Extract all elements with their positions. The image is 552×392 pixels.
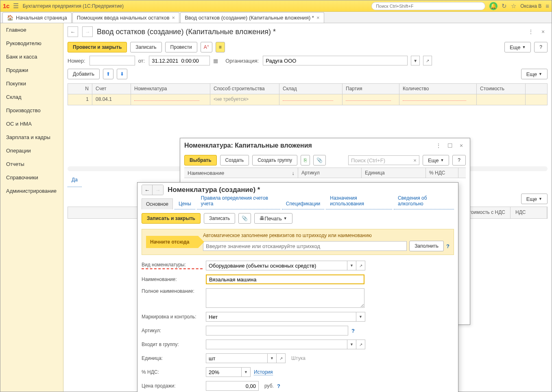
tab-assistant[interactable]: Помощник ввода начальных остатков× — [72, 12, 179, 23]
date-input[interactable] — [149, 56, 210, 65]
sidebar-item[interactable]: Операции — [0, 144, 63, 157]
open-icon[interactable]: ↗ — [356, 261, 365, 270]
create-button[interactable]: Создать — [220, 155, 249, 166]
report-icon[interactable]: ≡ — [216, 42, 225, 52]
move-up-icon[interactable]: ⬆ — [103, 69, 113, 79]
barcode-input[interactable] — [203, 241, 407, 251]
select-button[interactable]: Выбрать — [184, 155, 217, 166]
sidebar-item[interactable]: Администрирование — [0, 184, 63, 198]
more-button[interactable]: Еще▼ — [423, 155, 449, 166]
type-select[interactable] — [206, 261, 347, 270]
close-icon[interactable]: × — [457, 141, 466, 150]
col-unit[interactable]: Единица — [362, 168, 426, 178]
sidebar-item[interactable]: Продажи — [0, 63, 63, 77]
sidebar-item[interactable]: Производство — [0, 104, 63, 117]
insert-icon[interactable]: ⎘ — [301, 155, 310, 166]
star-icon[interactable]: ☆ — [511, 2, 516, 10]
sidebar-item[interactable]: Банк и касса — [0, 50, 63, 63]
sidebar-item[interactable]: Склад — [0, 90, 63, 104]
help-icon[interactable]: ? — [446, 243, 449, 249]
tab-usage[interactable]: Назначения использования — [326, 193, 392, 209]
sidebar-item[interactable]: Зарплата и кадры — [0, 131, 63, 144]
tab-entry[interactable]: Ввод остатков (создание) (Капитальные вл… — [180, 12, 324, 23]
help-icon[interactable]: ? — [351, 328, 355, 334]
tab-alcohol[interactable]: Сведения об алкогольно — [394, 193, 454, 209]
calendar-icon[interactable]: ▦ — [213, 58, 218, 64]
dropdown-icon[interactable]: ▼ — [411, 56, 420, 65]
col-art[interactable]: Артикул — [298, 168, 362, 178]
name-input[interactable] — [206, 274, 364, 284]
col-skl[interactable]: Склад — [279, 84, 343, 94]
print-button[interactable]: 🖶 Печать▼ — [254, 213, 292, 224]
user-name[interactable]: Оксана В — [520, 3, 541, 9]
notifications-icon[interactable]: 🔔 — [489, 2, 497, 10]
number-input[interactable] — [89, 56, 135, 65]
save-button[interactable]: Записать — [204, 213, 235, 224]
window-icon[interactable]: ☐ — [445, 141, 454, 150]
dropdown-icon[interactable]: ▼ — [347, 340, 356, 349]
mark-select[interactable] — [206, 312, 356, 322]
col-name[interactable]: Наименование↓ — [184, 168, 298, 178]
settings-icon[interactable]: ≡ — [545, 2, 549, 9]
attach-icon[interactable]: 📎 — [313, 155, 326, 166]
org-select[interactable] — [263, 56, 408, 65]
nav-back-icon[interactable]: ← — [142, 185, 153, 195]
col-way[interactable]: Способ строительства — [210, 84, 279, 94]
move-down-icon[interactable]: ⬇ — [117, 69, 127, 79]
art-input[interactable] — [206, 326, 348, 335]
fill-button[interactable]: Заполнить — [409, 241, 444, 251]
open-icon[interactable]: ↗ — [356, 340, 365, 349]
col-vat[interactable]: % НДС — [426, 168, 458, 178]
more-icon[interactable]: ⋮ — [526, 27, 535, 36]
help-button[interactable]: ? — [452, 155, 466, 166]
fullname-input[interactable] — [206, 288, 364, 308]
col-qty[interactable]: Количество — [399, 84, 477, 94]
dropdown-icon[interactable]: ▼ — [347, 261, 356, 270]
open-icon[interactable]: ↗ — [277, 353, 286, 363]
more-button[interactable]: Еще▼ — [521, 69, 548, 79]
post-button[interactable]: Провести — [165, 42, 197, 52]
close-icon[interactable]: × — [539, 27, 548, 36]
col-nom[interactable]: Номенклатура — [131, 84, 210, 94]
nav-back-icon[interactable]: ← — [68, 26, 78, 37]
table-row[interactable]: 1 08.04.1 <не требуется> — [68, 94, 547, 105]
help-icon[interactable]: ? — [277, 383, 280, 389]
attach-icon[interactable]: 📎 — [238, 213, 251, 224]
help-button[interactable]: ? — [534, 42, 548, 52]
add-button[interactable]: Добавить — [68, 69, 100, 79]
more-button[interactable]: Еще▼ — [504, 42, 531, 52]
dt-kt-icon[interactable]: Aᵀ — [201, 42, 212, 52]
close-icon[interactable]: × — [172, 15, 175, 21]
tab-specs[interactable]: Спецификации — [282, 198, 324, 209]
tab-accounts[interactable]: Правила определения счетов учета — [197, 193, 280, 209]
history-icon[interactable]: ↻ — [502, 2, 507, 10]
tab-main[interactable]: Основное — [142, 198, 173, 209]
history-link[interactable]: История — [254, 369, 273, 375]
save-close-button[interactable]: Записать и закрыть — [142, 213, 201, 224]
post-close-button[interactable]: Провести и закрыть — [68, 42, 127, 52]
price-input[interactable] — [206, 381, 259, 391]
menu-icon[interactable]: ☰ — [13, 2, 19, 10]
data-link[interactable]: Да — [68, 173, 82, 187]
col-par[interactable]: Партия — [343, 84, 399, 94]
sidebar-item[interactable]: Главное — [0, 23, 63, 37]
dropdown-icon[interactable]: ▼ — [268, 353, 277, 363]
col-n[interactable]: N — [68, 84, 92, 94]
col-cost[interactable]: Стоимость — [477, 84, 526, 94]
save-button[interactable]: Записать — [130, 42, 161, 52]
sidebar-item[interactable]: Покупки — [0, 77, 63, 90]
close-icon[interactable]: × — [316, 15, 320, 21]
sidebar-item[interactable]: Руководителю — [0, 37, 63, 50]
group-select[interactable] — [206, 340, 347, 349]
tab-prices[interactable]: Цены — [175, 198, 195, 209]
sidebar-item[interactable]: Отчеты — [0, 157, 63, 171]
col-acc[interactable]: Счет — [92, 84, 131, 94]
search-input[interactable]: Поиск (Ctrl+F)× — [348, 155, 419, 165]
dropdown-icon[interactable]: ▼ — [356, 312, 365, 322]
tab-home[interactable]: 🏠Начальная страница — [2, 12, 72, 23]
sidebar-item[interactable]: Справочники — [0, 171, 63, 184]
more-icon[interactable]: ⋮ — [434, 141, 443, 150]
vat-select[interactable] — [206, 367, 242, 377]
global-search-input[interactable] — [371, 2, 485, 10]
create-group-button[interactable]: Создать группу — [252, 155, 297, 166]
